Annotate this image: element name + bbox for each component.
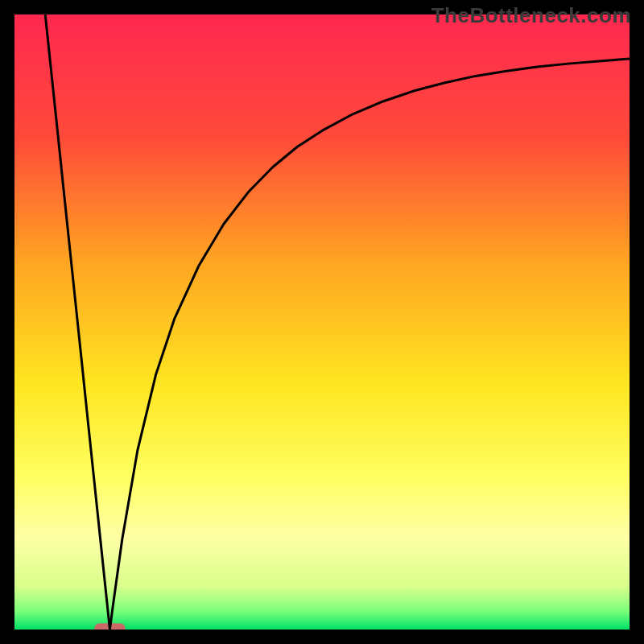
chart-root: TheBottleneck.com	[0, 0, 644, 644]
bottleneck-chart	[0, 0, 644, 644]
plot-background	[14, 14, 630, 630]
